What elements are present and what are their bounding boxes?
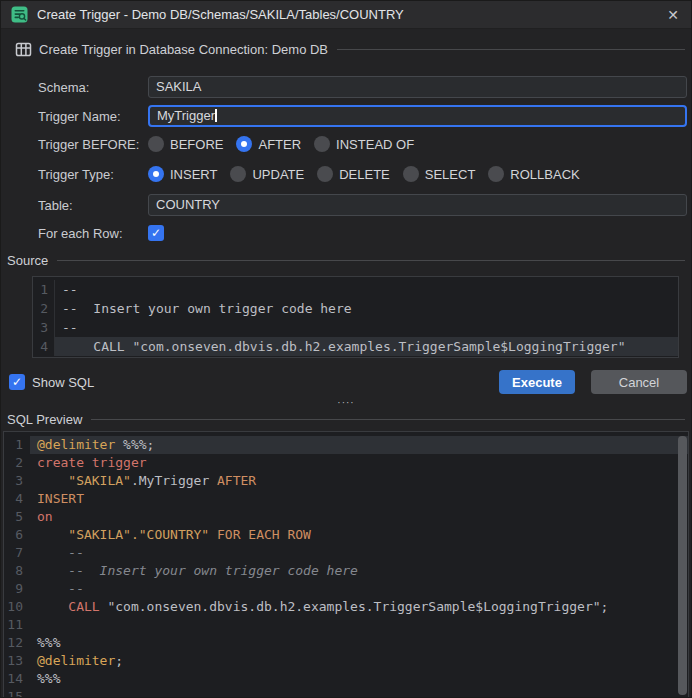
table-grid-icon xyxy=(15,41,32,58)
group-divider-line xyxy=(57,260,685,261)
line-number: 1 xyxy=(33,280,55,299)
radio-before-instead-of[interactable]: INSTEAD OF xyxy=(314,136,414,152)
sql-preview-group-label: SQL Preview xyxy=(7,412,82,427)
vertical-scrollbar[interactable] xyxy=(678,436,687,695)
line-number: 4 xyxy=(4,490,30,508)
radio-icon xyxy=(236,136,252,152)
table-input[interactable]: COUNTRY xyxy=(148,194,687,216)
line-number: 3 xyxy=(4,472,30,490)
code-text: INSERT xyxy=(30,490,688,508)
code-line: 1@delimiter %%%; xyxy=(4,436,688,454)
sql-preview-editor[interactable]: 1@delimiter %%%;2create trigger3 "SAKILA… xyxy=(3,431,689,698)
trigger-type-radio-group: INSERTUPDATEDELETESELECTROLLBACK xyxy=(148,166,687,182)
radio-before-after[interactable]: AFTER xyxy=(236,136,301,152)
connection-group-header: Create Trigger in Database Connection: D… xyxy=(15,41,685,58)
line-number: 15 xyxy=(4,688,30,698)
radio-type-insert[interactable]: INSERT xyxy=(148,166,217,182)
cancel-button[interactable]: Cancel xyxy=(591,370,687,394)
for-each-row-row: For each Row: ✓ xyxy=(38,223,687,243)
code-line: 11 xyxy=(4,616,688,634)
code-text: "SAKILA".MyTrigger AFTER xyxy=(30,472,688,490)
radio-icon xyxy=(317,166,333,182)
code-line: 8 -- Insert your own trigger code here xyxy=(4,562,688,580)
trigger-name-input[interactable]: MyTrigger xyxy=(148,105,687,127)
show-sql-checkbox[interactable]: ✓ xyxy=(9,374,25,390)
trigger-name-row: Trigger Name: MyTrigger xyxy=(38,105,687,127)
connection-group-label: Create Trigger in Database Connection: D… xyxy=(39,42,328,57)
radio-label: SELECT xyxy=(425,167,476,182)
trigger-form: Schema: SAKILA Trigger Name: MyTrigger T… xyxy=(38,76,687,243)
radio-type-select[interactable]: SELECT xyxy=(403,166,476,182)
code-text: -- Insert your own trigger code here xyxy=(30,562,688,580)
trigger-before-label: Trigger BEFORE: xyxy=(38,137,148,152)
trigger-script-icon xyxy=(11,6,28,23)
code-text: -- Insert your own trigger code here xyxy=(55,299,678,318)
line-number: 2 xyxy=(33,299,55,318)
code-line: 5on xyxy=(4,508,688,526)
code-text: %%% xyxy=(30,634,688,652)
check-icon: ✓ xyxy=(12,375,22,389)
sql-preview-group-header: SQL Preview xyxy=(7,411,685,428)
table-label: Table: xyxy=(38,198,148,213)
splitter-handle[interactable]: ···· xyxy=(1,399,691,409)
line-number: 2 xyxy=(4,454,30,472)
code-line: 7 -- xyxy=(4,544,688,562)
line-number: 11 xyxy=(4,616,30,634)
table-row: Table: COUNTRY xyxy=(38,194,687,216)
code-line: 2create trigger xyxy=(4,454,688,472)
code-text: -- xyxy=(55,280,678,299)
radio-icon xyxy=(403,166,419,182)
code-text: %%% xyxy=(30,670,688,688)
check-icon: ✓ xyxy=(151,226,161,240)
code-line: 10 CALL "com.onseven.dbvis.db.h2.example… xyxy=(4,598,688,616)
radio-type-delete[interactable]: DELETE xyxy=(317,166,390,182)
code-text: @delimiter %%%; xyxy=(30,436,688,454)
code-line: 2-- Insert your own trigger code here xyxy=(33,299,678,318)
code-text: CALL "com.onseven.dbvis.db.h2.examples.T… xyxy=(30,598,688,616)
schema-row: Schema: SAKILA xyxy=(38,76,687,98)
radio-type-update[interactable]: UPDATE xyxy=(230,166,304,182)
line-number: 5 xyxy=(4,508,30,526)
radio-icon xyxy=(314,136,330,152)
execute-button[interactable]: Execute xyxy=(499,370,575,394)
line-number: 12 xyxy=(4,634,30,652)
line-number: 1 xyxy=(4,436,30,454)
code-line: 6 "SAKILA"."COUNTRY" FOR EACH ROW xyxy=(4,526,688,544)
radio-type-rollback[interactable]: ROLLBACK xyxy=(488,166,579,182)
radio-before-before[interactable]: BEFORE xyxy=(148,136,223,152)
scrollbar-thumb[interactable] xyxy=(678,436,687,695)
sql-preview-lines: 1@delimiter %%%;2create trigger3 "SAKILA… xyxy=(4,436,688,698)
code-text xyxy=(30,616,688,634)
code-line: 15 xyxy=(4,688,688,698)
code-text: on xyxy=(30,508,688,526)
radio-label: DELETE xyxy=(339,167,390,182)
trigger-before-row: Trigger BEFORE: BEFOREAFTERINSTEAD OF xyxy=(38,134,687,154)
dialog-titlebar: Create Trigger - Demo DB/Schemas/SAKILA/… xyxy=(1,1,691,29)
source-code-editor[interactable]: 1--2-- Insert your own trigger code here… xyxy=(32,276,679,358)
radio-icon xyxy=(148,136,164,152)
code-line: 3 "SAKILA".MyTrigger AFTER xyxy=(4,472,688,490)
code-line: 12%%% xyxy=(4,634,688,652)
group-divider-line xyxy=(337,49,685,50)
code-line: 4INSERT xyxy=(4,490,688,508)
code-line: 3-- xyxy=(33,318,678,337)
text-caret xyxy=(215,109,217,122)
code-text: -- xyxy=(30,580,688,598)
trigger-type-label: Trigger Type: xyxy=(38,167,148,182)
schema-input[interactable]: SAKILA xyxy=(148,76,687,98)
code-line: 4 CALL "com.onseven.dbvis.db.h2.examples… xyxy=(33,337,678,356)
source-group-header: Source xyxy=(7,252,685,269)
trigger-name-value: MyTrigger xyxy=(157,108,215,123)
line-number: 6 xyxy=(4,526,30,544)
radio-label: UPDATE xyxy=(252,167,304,182)
close-icon[interactable]: ✕ xyxy=(665,7,681,23)
line-number: 9 xyxy=(4,580,30,598)
for-each-row-checkbox[interactable]: ✓ xyxy=(148,225,164,241)
code-line: 14%%% xyxy=(4,670,688,688)
source-group-label: Source xyxy=(7,253,48,268)
line-number: 7 xyxy=(4,544,30,562)
radio-label: INSERT xyxy=(170,167,217,182)
radio-label: ROLLBACK xyxy=(510,167,579,182)
code-line: 13@delimiter; xyxy=(4,652,688,670)
radio-label: INSTEAD OF xyxy=(336,137,414,152)
